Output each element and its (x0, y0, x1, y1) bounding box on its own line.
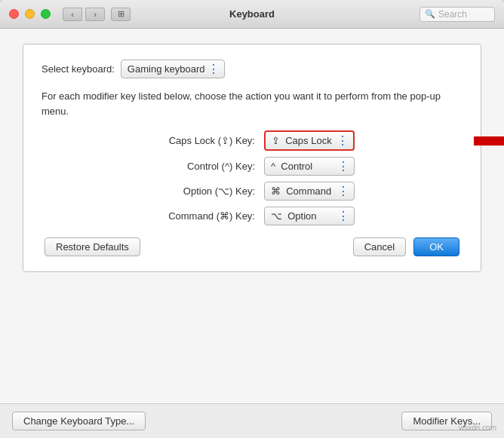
option-value: ⌘ Command (271, 185, 334, 197)
forward-button[interactable]: › (85, 8, 105, 21)
cancel-button[interactable]: Cancel (353, 237, 406, 256)
traffic-lights (9, 9, 51, 19)
grid-view-button[interactable]: ⊞ (111, 8, 131, 21)
control-label: Control (^) Key: (149, 161, 255, 172)
keyboard-selector-value: Gaming keyboard (128, 63, 205, 75)
caps-lock-row: Caps Lock (⇪) Key: ⇪ Caps Lock ⋮ (41, 130, 463, 151)
command-dropdown-arrow-icon: ⋮ (337, 209, 349, 223)
description-text: For each modifier key listed below, choo… (41, 89, 463, 118)
caps-lock-dropdown[interactable]: ⇪ Caps Lock ⋮ (264, 130, 355, 151)
change-keyboard-type-button[interactable]: Change Keyboard Type... (12, 412, 146, 430)
caps-lock-value: ⇪ Caps Lock (272, 135, 333, 146)
dialog-buttons-row: Restore Defaults Cancel OK (41, 237, 463, 256)
ok-button[interactable]: OK (413, 237, 459, 256)
restore-defaults-button[interactable]: Restore Defaults (45, 237, 140, 256)
maximize-button[interactable] (41, 9, 51, 19)
key-rows: Caps Lock (⇪) Key: ⇪ Caps Lock ⋮ (41, 130, 463, 225)
command-dropdown[interactable]: ⌥ Option ⋮ (264, 207, 355, 225)
command-label: Command (⌘) Key: (149, 210, 255, 222)
caps-lock-dropdown-arrow-icon: ⋮ (337, 133, 349, 148)
keyboard-window: ‹ › ⊞ Keyboard 🔍 Search Select keyboard:… (0, 0, 504, 438)
option-dropdown-arrow-icon: ⋮ (337, 184, 349, 198)
dropdown-arrow-icon: ⋮ (207, 62, 220, 76)
command-value: ⌥ Option (271, 210, 334, 222)
main-content: Select keyboard: Gaming keyboard ⋮ For e… (0, 29, 504, 403)
search-placeholder: Search (438, 9, 467, 20)
control-dropdown-arrow-icon: ⋮ (337, 159, 349, 173)
bottom-bar: Change Keyboard Type... Modifier Keys... (0, 403, 504, 438)
caps-lock-label: Caps Lock (⇪) Key: (149, 135, 255, 146)
close-button[interactable] (9, 9, 19, 19)
minimize-button[interactable] (25, 9, 35, 19)
nav-buttons: ‹ › (63, 8, 105, 21)
search-box[interactable]: 🔍 Search (419, 7, 495, 22)
keyboard-selector-label: Select keyboard: (41, 63, 115, 75)
option-label: Option (⌥) Key: (149, 185, 255, 197)
watermark: wsxdn.com (459, 424, 496, 432)
search-icon: 🔍 (425, 9, 435, 19)
control-row: Control (^) Key: ^ Control ⋮ (41, 157, 463, 176)
keyboard-selector-dropdown[interactable]: Gaming keyboard ⋮ (121, 60, 226, 78)
red-arrow-svg (474, 127, 504, 155)
keyboard-selector-row: Select keyboard: Gaming keyboard ⋮ (41, 60, 463, 78)
window-title: Keyboard (229, 8, 275, 20)
command-row: Command (⌘) Key: ⌥ Option ⋮ (41, 207, 463, 225)
control-dropdown[interactable]: ^ Control ⋮ (264, 157, 355, 176)
control-value: ^ Control (271, 161, 334, 172)
back-button[interactable]: ‹ (63, 8, 82, 21)
red-arrow-annotation (474, 127, 504, 155)
option-row: Option (⌥) Key: ⌘ Command ⋮ (41, 182, 463, 201)
option-dropdown[interactable]: ⌘ Command ⋮ (264, 182, 355, 201)
dialog-panel: Select keyboard: Gaming keyboard ⋮ For e… (23, 44, 481, 272)
svg-rect-1 (474, 136, 504, 145)
title-bar: ‹ › ⊞ Keyboard 🔍 Search (0, 0, 504, 29)
